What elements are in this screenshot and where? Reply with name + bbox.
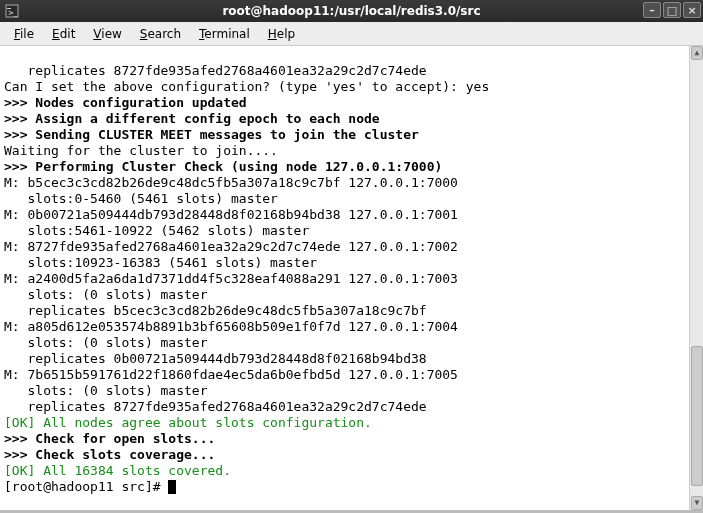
output-line: slots:5461-10922 (5462 slots) master — [4, 223, 309, 238]
cursor-icon — [168, 480, 176, 494]
output-line: Can I set the above configuration? (type… — [4, 79, 489, 94]
scroll-down-button[interactable]: ▼ — [691, 496, 703, 510]
output-line: M: b5cec3c3cd82b26de9c48dc5fb5a307a18c9c… — [4, 175, 458, 190]
output-line: slots: (0 slots) master — [4, 287, 208, 302]
output-line: [OK] All nodes agree about slots configu… — [4, 415, 372, 430]
menu-help[interactable]: Help — [260, 25, 303, 43]
output-line: slots:10923-16383 (5461 slots) master — [4, 255, 317, 270]
menu-terminal[interactable]: Terminal — [191, 25, 258, 43]
output-line: slots:0-5460 (5461 slots) master — [4, 191, 278, 206]
menu-view[interactable]: View — [85, 25, 129, 43]
output-line: slots: (0 slots) master — [4, 335, 208, 350]
shell-prompt: [root@hadoop11 src]# — [4, 479, 168, 494]
shell-prompt-line: [root@hadoop11 src]# — [4, 479, 176, 494]
window-titlebar: >_ root@hadoop11:/usr/local/redis3.0/src… — [0, 0, 703, 22]
scroll-up-button[interactable]: ▲ — [691, 46, 703, 60]
output-line: M: 7b6515b591761d22f1860fdae4ec5da6b0efb… — [4, 367, 458, 382]
output-line: [OK] All 16384 slots covered. — [4, 463, 231, 478]
minimize-button[interactable]: – — [643, 2, 661, 18]
output-line: Waiting for the cluster to join.... — [4, 143, 278, 158]
output-line: slots: (0 slots) master — [4, 383, 208, 398]
scrollbar[interactable]: ▲ ▼ — [689, 46, 703, 510]
output-line: >>> Check slots coverage... — [4, 447, 215, 462]
app-icon: >_ — [4, 3, 20, 19]
menu-terminal-rest: erminal — [204, 27, 249, 41]
terminal-area[interactable]: replicates 8727fde935afed2768a4601ea32a2… — [0, 46, 703, 510]
menu-edit[interactable]: Edit — [44, 25, 83, 43]
output-line: replicates 8727fde935afed2768a4601ea32a2… — [4, 63, 427, 78]
output-line: >>> Assign a different config epoch to e… — [4, 111, 380, 126]
output-line: M: a805d612e053574b8891b3bf65608b509e1f0… — [4, 319, 458, 334]
close-button[interactable]: × — [683, 2, 701, 18]
output-line: >>> Check for open slots... — [4, 431, 215, 446]
menu-file-rest: ile — [20, 27, 34, 41]
menu-view-rest: iew — [101, 27, 122, 41]
window-controls: – □ × — [643, 2, 701, 18]
menu-file[interactable]: File — [6, 25, 42, 43]
menu-help-rest: elp — [277, 27, 295, 41]
output-line: >>> Nodes configuration updated — [4, 95, 247, 110]
menu-search-rest: earch — [147, 27, 181, 41]
window-title: root@hadoop11:/usr/local/redis3.0/src — [222, 4, 480, 18]
output-line: M: 0b00721a509444db793d28448d8f02168b94b… — [4, 207, 458, 222]
output-line: M: a2400d5fa2a6da1d7371dd4f5c328eaf4088a… — [4, 271, 458, 286]
output-line: replicates 8727fde935afed2768a4601ea32a2… — [4, 399, 427, 414]
scroll-thumb[interactable] — [691, 346, 703, 486]
menu-edit-rest: dit — [60, 27, 76, 41]
output-line: replicates b5cec3c3cd82b26de9c48dc5fb5a3… — [4, 303, 427, 318]
maximize-button[interactable]: □ — [663, 2, 681, 18]
menu-search[interactable]: Search — [132, 25, 189, 43]
output-line: replicates 0b00721a509444db793d28448d8f0… — [4, 351, 427, 366]
output-line: >>> Sending CLUSTER MEET messages to joi… — [4, 127, 419, 142]
svg-text:>_: >_ — [8, 9, 18, 17]
output-line: M: 8727fde935afed2768a4601ea32a29c2d7c74… — [4, 239, 458, 254]
menubar: File Edit View Search Terminal Help — [0, 22, 703, 46]
output-line: >>> Performing Cluster Check (using node… — [4, 159, 442, 174]
